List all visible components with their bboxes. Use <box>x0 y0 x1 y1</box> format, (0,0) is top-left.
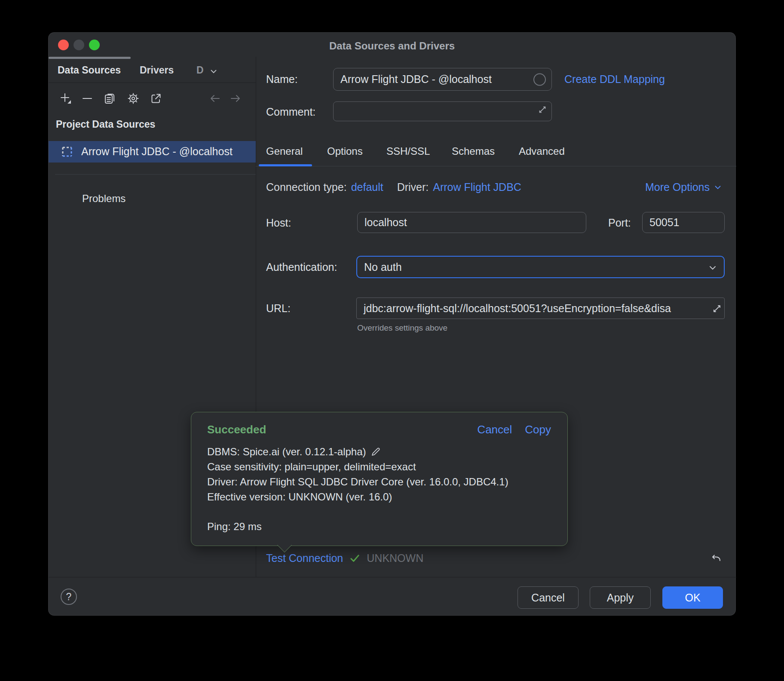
connection-type-row: Connection type: default Driver: Arrow F… <box>266 181 521 193</box>
active-tab-underline <box>49 57 131 59</box>
driver-label: Driver: <box>397 181 429 193</box>
host-input[interactable]: localhost <box>357 212 586 233</box>
tab-options[interactable]: Options <box>327 145 363 157</box>
authentication-label: Authentication: <box>266 261 337 273</box>
url-input[interactable]: jdbc:arrow-flight-sql://localhost:50051?… <box>356 298 725 319</box>
more-options-label: More Options <box>645 181 710 193</box>
back-arrow-icon[interactable] <box>208 92 221 105</box>
popup-copy-link[interactable]: Copy <box>525 423 551 436</box>
dbms-info: DBMS: Spice.ai (ver. 0.12.1-alpha) <box>207 446 366 458</box>
comment-input[interactable] <box>333 101 552 121</box>
remove-data-source-button[interactable] <box>81 92 94 105</box>
tab-general[interactable]: General <box>266 145 303 157</box>
expand-url-icon[interactable] <box>712 304 722 314</box>
tab-advanced[interactable]: Advanced <box>519 145 565 157</box>
port-input[interactable]: 50051 <box>642 212 725 233</box>
host-label: Host: <box>266 217 291 229</box>
duplicate-icon[interactable] <box>103 92 116 105</box>
add-data-source-button[interactable] <box>59 92 72 105</box>
edit-pencil-icon[interactable] <box>371 447 381 457</box>
cancel-button[interactable]: Cancel <box>518 586 579 609</box>
host-value: localhost <box>364 216 407 229</box>
chevron-down-icon[interactable] <box>208 66 219 79</box>
dialog-title: Data Sources and Drivers <box>49 40 735 52</box>
ping-info: Ping: 29 ms <box>207 521 262 533</box>
tab-drivers[interactable]: Drivers <box>140 64 174 76</box>
tab-data-sources[interactable]: Data Sources <box>58 64 121 76</box>
forward-arrow-icon[interactable] <box>229 92 242 105</box>
test-connection-link[interactable]: Test Connection <box>266 552 343 564</box>
ok-button[interactable]: OK <box>662 586 723 609</box>
sidebar-item-problems[interactable]: Problems <box>82 193 126 205</box>
active-tab-indicator <box>259 164 312 166</box>
open-in-new-window-icon[interactable] <box>150 92 162 105</box>
checkmark-icon <box>349 552 361 564</box>
name-label: Name: <box>266 73 298 86</box>
more-options[interactable]: More Options <box>645 181 723 193</box>
apply-button[interactable]: Apply <box>590 586 651 609</box>
gear-icon[interactable] <box>127 92 140 105</box>
popup-cancel-link[interactable]: Cancel <box>477 423 512 436</box>
arrow-flight-driver-icon <box>61 146 73 158</box>
project-data-sources-header: Project Data Sources <box>56 119 155 130</box>
effective-version-info: Effective version: UNKNOWN (ver. 16.0) <box>207 491 392 503</box>
port-value: 50051 <box>649 216 680 229</box>
connection-type-value-link[interactable]: default <box>351 181 383 193</box>
name-value: Arrow Flight JDBC - @localhost <box>340 73 492 86</box>
chevron-down-icon <box>707 263 718 273</box>
connection-type-label: Connection type: <box>266 181 347 193</box>
left-tab-bar: Data Sources Drivers D <box>49 57 256 83</box>
revert-icon[interactable] <box>710 553 723 568</box>
authentication-value: No auth <box>364 261 402 273</box>
driver-info: Driver: Arrow Flight SQL JDBC Driver Cor… <box>207 476 508 488</box>
url-label: URL: <box>266 302 291 315</box>
create-ddl-mapping-link[interactable]: Create DDL Mapping <box>564 73 665 86</box>
tab-schemas[interactable]: Schemas <box>452 145 495 157</box>
port-label: Port: <box>608 217 631 229</box>
data-sources-dialog: Data Sources and Drivers Data Sources Dr… <box>48 32 736 616</box>
comment-label: Comment: <box>266 106 315 118</box>
progress-ring-icon <box>533 73 546 86</box>
tab-separator-line <box>256 166 736 166</box>
authentication-select[interactable]: No auth <box>356 256 725 278</box>
test-connection-row: Test Connection UNKNOWN <box>266 552 423 564</box>
url-value: jdbc:arrow-flight-sql://localhost:50051?… <box>364 302 671 315</box>
footer-divider <box>49 577 736 577</box>
data-source-list-item[interactable]: Arrow Flight JDBC - @localhost <box>49 141 256 163</box>
tab-overflow[interactable]: D <box>196 64 204 76</box>
list-separator <box>55 174 256 175</box>
connection-status: Succeeded <box>207 423 266 436</box>
expand-comment-icon[interactable] <box>538 105 547 114</box>
case-sensitivity-info: Case sensitivity: plain=upper, delimited… <box>207 461 416 473</box>
tab-ssh-ssl[interactable]: SSH/SSL <box>386 145 430 157</box>
test-connection-popup: Succeeded Cancel Copy DBMS: Spice.ai (ve… <box>191 412 568 546</box>
test-status: UNKNOWN <box>367 552 423 564</box>
help-label: ? <box>66 591 72 603</box>
help-button[interactable]: ? <box>61 589 77 605</box>
driver-value-link[interactable]: Arrow Flight JDBC <box>433 181 521 193</box>
name-input[interactable]: Arrow Flight JDBC - @localhost <box>333 68 552 91</box>
data-source-name: Arrow Flight JDBC - @localhost <box>81 145 233 158</box>
url-hint: Overrides settings above <box>357 323 447 333</box>
